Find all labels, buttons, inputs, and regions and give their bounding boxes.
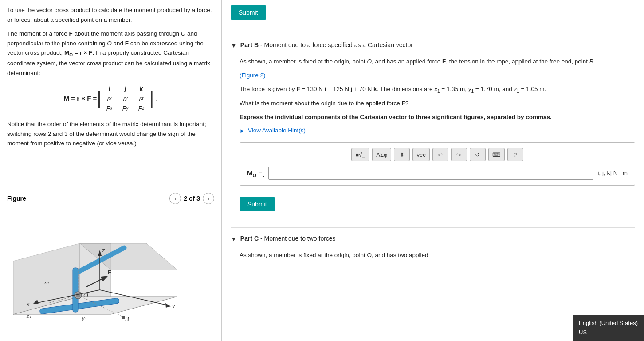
matrix-equation: M = r × F = | i j k rx ry rz Fx Fy Fz | … xyxy=(7,84,214,113)
figure-svg: O B F z y x x₁ x₁ y₁ xyxy=(0,208,204,341)
figure-page: 2 of 3 xyxy=(184,195,200,202)
divider-1 xyxy=(231,34,635,34)
toolbar-vec-btn[interactable]: vec xyxy=(412,148,429,161)
figure-nav: ‹ 2 of 3 › xyxy=(169,193,214,204)
toolbar: ■√⎕ AΣφ ⇕ vec ↩ ↪ ↺ ⌨ ? xyxy=(247,148,628,161)
figure-prev-button[interactable]: ‹ xyxy=(169,193,181,204)
right-panel: Submit ▼ Part B - Moment due to a force … xyxy=(222,0,644,341)
part-b-express: Express the individual components of the… xyxy=(240,112,635,123)
svg-text:y₁: y₁ xyxy=(82,316,86,321)
part-c-header: ▼ Part C - Moment due to two forces xyxy=(231,235,635,245)
figure-next-button[interactable]: › xyxy=(203,193,214,204)
answer-input[interactable] xyxy=(268,167,593,180)
toolbar-refresh-btn[interactable]: ↺ xyxy=(470,148,486,161)
left-content: To use the vector cross product to calcu… xyxy=(0,0,221,189)
hint-label: View Available Hint(s) xyxy=(248,126,306,136)
language-tooltip: English (United States) US xyxy=(573,315,644,341)
svg-text:y: y xyxy=(172,303,175,309)
toolbar-alpha-btn[interactable]: AΣφ xyxy=(372,148,391,161)
paragraph3: Notice that the order of the elements of… xyxy=(7,119,214,148)
toolbar-keyboard-btn[interactable]: ⌨ xyxy=(488,148,505,161)
figure-label: Figure xyxy=(7,195,26,202)
svg-point-12 xyxy=(122,316,125,319)
part-b-body: As shown, a member is fixed at the origi… xyxy=(231,57,635,218)
intro-text: To use the vector cross product to calcu… xyxy=(7,5,214,24)
part-b-description2: The force is given by F = 130 N i − 125 … xyxy=(240,84,635,95)
toolbar-redo-btn[interactable]: ↪ xyxy=(451,148,467,161)
part-b-header: ▼ Part B - Moment due to a force specifi… xyxy=(231,41,635,52)
toolbar-help-btn[interactable]: ? xyxy=(507,148,523,161)
svg-text:x₁: x₁ xyxy=(44,280,49,285)
lang-line1: English (United States) xyxy=(579,319,638,328)
part-b-submit-button[interactable]: Submit xyxy=(240,197,275,211)
lang-line2: US xyxy=(579,328,638,337)
hint-row[interactable]: ► View Available Hint(s) xyxy=(240,126,635,136)
toolbar-matrix-btn[interactable]: ■√⎕ xyxy=(351,148,369,161)
answer-box: ■√⎕ AΣφ ⇕ vec ↩ ↪ ↺ ⌨ ? MO =[ i, j, k] N… xyxy=(240,142,635,186)
figure-header: Figure ‹ 2 of 3 › xyxy=(0,189,221,208)
svg-text:z₁: z₁ xyxy=(26,313,31,319)
figure-2-link[interactable]: (Figure 2) xyxy=(240,72,266,79)
part-c-section: ▼ Part C - Moment due to two forces As s… xyxy=(231,235,635,261)
divider-2 xyxy=(231,227,635,228)
part-b-title: Part B - Moment due to a force specified… xyxy=(240,41,413,48)
svg-text:B: B xyxy=(125,316,129,322)
part-c-description: As shown, a member is fixed at the origi… xyxy=(240,250,635,261)
figure-area: O B F z y x x₁ x₁ y₁ xyxy=(0,208,221,341)
part-c-collapse-arrow[interactable]: ▼ xyxy=(231,235,237,242)
left-panel: To use the vector cross product to calcu… xyxy=(0,0,222,341)
part-b-collapse-arrow[interactable]: ▼ xyxy=(231,42,237,49)
toolbar-arrow-btn[interactable]: ⇕ xyxy=(394,148,410,161)
svg-text:x: x xyxy=(26,301,30,308)
part-c-title: Part C - Moment due to two forces xyxy=(240,235,336,242)
svg-text:F: F xyxy=(108,269,111,276)
input-row: MO =[ i, j, k] N · m xyxy=(247,167,628,180)
hint-arrow-icon: ► xyxy=(240,126,245,136)
part-b-question: What is the moment about the origin due … xyxy=(240,99,635,109)
matrix-cells: i j k rx ry rz Fx Fy Fz xyxy=(102,84,149,113)
mo-label: MO =[ xyxy=(247,167,264,180)
figure-link-row: (Figure 2) xyxy=(240,71,635,81)
part-b-section: ▼ Part B - Moment due to a force specifi… xyxy=(231,41,635,218)
toolbar-undo-btn[interactable]: ↩ xyxy=(432,148,448,161)
top-submit-button[interactable]: Submit xyxy=(231,5,266,20)
paragraph1: The moment of a force F about the moment… xyxy=(7,29,214,78)
unit-label: i, j, k] N · m xyxy=(598,168,628,178)
svg-text:z: z xyxy=(102,247,105,254)
part-c-body: As shown, a member is fixed at the origi… xyxy=(231,250,635,261)
part-b-description1: As shown, a member is fixed at the origi… xyxy=(240,57,635,67)
